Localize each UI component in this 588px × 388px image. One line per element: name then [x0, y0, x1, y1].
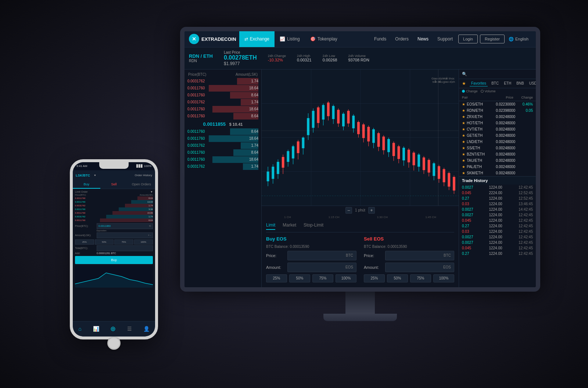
btc-tab[interactable]: BTC: [490, 81, 500, 86]
pair-row[interactable]: ★ CVT/ETH 0.00248000: [459, 126, 536, 132]
pair-row[interactable]: ★ BZNT/ETH 0.00248000: [459, 151, 536, 157]
sell-75pct[interactable]: 75%: [410, 274, 431, 282]
phone-25pct[interactable]: 25%: [75, 239, 94, 245]
buy-order-row[interactable]: 0.0011760 18.64: [187, 135, 258, 142]
pair-list: ★ EOS/ETH 0.02230000 0.46% ★ RDN/ETH 0.0…: [459, 101, 536, 176]
volume-toggle[interactable]: Volume: [481, 89, 496, 93]
pair-row[interactable]: ★ PAL/ETH 0.00248000: [459, 164, 536, 170]
phone-ob-sell: Price(BTC)Amount(LSK) 0.0011760 8.64 0.0…: [75, 194, 153, 222]
tab-listing[interactable]: 📈 Listing: [275, 31, 305, 47]
tab-exchange[interactable]: ⇄ Exchange: [239, 31, 275, 47]
svg-rect-33: [332, 106, 335, 119]
pair-row[interactable]: ★ SS/ETH 0.00248000: [459, 145, 536, 151]
change-toggle[interactable]: Change: [462, 89, 478, 93]
phone-list-icon[interactable]: ☰: [127, 326, 132, 332]
time-label-3: 1:30 CH: [377, 216, 388, 219]
search-input[interactable]: [469, 72, 533, 76]
phone-home-button[interactable]: [107, 337, 121, 350]
sell-50pct[interactable]: 50%: [387, 274, 408, 282]
language-selector[interactable]: 🌐 English: [506, 37, 531, 42]
nav-news[interactable]: News: [413, 36, 433, 42]
tab-stop-limit[interactable]: Stop-Limit: [304, 223, 323, 230]
monitor-screen: ✕ EXTRADECOIN ⇄ Exchange 📈 Listing 🎯 Tok…: [180, 27, 540, 292]
tab-tokenplay[interactable]: 🎯 Tokenplay: [305, 31, 343, 47]
buy-amount-input[interactable]: EOS: [287, 263, 356, 272]
buy-25pct[interactable]: 25%: [266, 274, 287, 282]
zoom-in-button[interactable]: +: [368, 207, 375, 214]
sell-amount-input[interactable]: EOS: [385, 263, 454, 272]
phone: 9:41 AM ▊▊▊ 100% LSK/BTC ▼ Order History…: [70, 159, 158, 339]
buy-pct-buttons: 25% 50% 75% 100%: [266, 274, 356, 282]
sell-100pct[interactable]: 100%: [433, 274, 454, 282]
phone-order-history[interactable]: Order History: [135, 174, 152, 177]
sell-order-row[interactable]: 0.0011760 8.64: [187, 92, 258, 99]
phone-50pct[interactable]: 50%: [95, 239, 114, 245]
phone-ob-row: 0.0031762 1.74: [75, 204, 153, 207]
phone-100pct[interactable]: 100%: [134, 239, 153, 245]
buy-order-row[interactable]: 0.0031762 1.74: [187, 142, 258, 149]
buy-order-row[interactable]: 0.0011760 8.64: [187, 149, 258, 156]
phone-75pct[interactable]: 75%: [114, 239, 133, 245]
phone-time: 9:41 AM: [76, 164, 87, 168]
pair-search[interactable]: 🔍: [459, 70, 536, 79]
fav-tab-label[interactable]: Favorites: [470, 81, 488, 86]
base-currency: RDN: [189, 59, 213, 63]
pair-row[interactable]: ★ ZRX/ETH 0.00248000: [459, 114, 536, 120]
tab-market[interactable]: Market: [283, 223, 296, 230]
pair-row[interactable]: ★ RDN/ETH 0.02398000 0.05: [459, 107, 536, 114]
phone-total-row: Total(BTC):: [75, 245, 153, 251]
sell-order-row[interactable]: 0.0011760 18.64: [187, 106, 258, 113]
buy-price-input[interactable]: BTC: [287, 251, 356, 260]
phone-order-book: Price(BTC)Amount(LSK) 0.0011760 8.64 0.0…: [75, 194, 153, 222]
sell-25pct[interactable]: 25%: [364, 274, 385, 282]
sell-order-row[interactable]: 0.0011760 8.64: [187, 113, 258, 120]
pair-row[interactable]: ★ TAU/ETH 0.00248000: [459, 157, 536, 164]
buy-order-row[interactable]: 0.0011760 8.64: [187, 128, 258, 135]
change-radio: [462, 90, 465, 93]
buy-price-field: Price: BTC: [266, 251, 356, 260]
pair-row[interactable]: ★ HOT/ETH 0.00248000: [459, 120, 536, 126]
buy-order-row[interactable]: 0.0031762 1.74: [187, 163, 258, 170]
nav-funds[interactable]: Funds: [370, 36, 391, 42]
svg-rect-61: [402, 147, 405, 160]
usdt-tab[interactable]: USDT: [528, 81, 540, 86]
phone-user-icon[interactable]: 👤: [143, 326, 150, 332]
eth-tab[interactable]: ETH: [502, 81, 513, 86]
phone-buy-button[interactable]: Buy: [75, 256, 153, 264]
trade-history-rows: 0.0027 1224.00 12:42:45 0.045 2224.00 12…: [459, 185, 536, 256]
pair-row[interactable]: ★ EOS/ETH 0.02230000 0.46%: [459, 101, 536, 107]
phone-sell-tab[interactable]: Sell: [100, 181, 128, 189]
phone-amount-row: Amount(LSK): + -: [75, 232, 153, 238]
login-button[interactable]: Login: [458, 35, 478, 43]
svg-rect-35: [337, 110, 340, 123]
zoom-out-button[interactable]: –: [345, 207, 352, 214]
trade-history-row: 0.045 2224.00 12:52:45: [459, 190, 536, 196]
pair-row[interactable]: ★ GET/ETH 0.00248000: [459, 132, 536, 139]
pair-row[interactable]: ★ LND/ETH 0.00248000: [459, 139, 536, 145]
buy-orders: 0.0011760 8.64 0.0011760 18.64 0.0031762…: [187, 128, 258, 170]
tab-limit[interactable]: Limit: [266, 223, 275, 230]
phone-buy-tab[interactable]: Buy: [73, 181, 100, 189]
sell-price-input[interactable]: BTC: [385, 251, 454, 260]
pair-row[interactable]: ★ SKM/ETH 0.00248000: [459, 170, 536, 176]
svg-rect-53: [382, 136, 385, 150]
buy-order-row[interactable]: 0.0011760 18.64: [187, 156, 258, 163]
sell-order-row[interactable]: 0.0031762 1.74: [187, 78, 258, 85]
buy-50pct[interactable]: 50%: [289, 274, 310, 282]
svg-rect-19: [297, 141, 300, 153]
nav-support[interactable]: Support: [433, 36, 457, 42]
phone-home-icon[interactable]: ⌂: [78, 326, 81, 332]
buy-100pct[interactable]: 100%: [336, 274, 356, 282]
bnb-tab[interactable]: BNB: [515, 81, 526, 86]
nav-orders[interactable]: Orders: [391, 36, 413, 42]
buy-75pct[interactable]: 75%: [312, 274, 333, 282]
trade-history-row: 0.0027 1224.00 12:42:45: [459, 212, 536, 218]
phone-open-orders-tab[interactable]: Open Orders: [128, 181, 155, 189]
phone-swap-icon[interactable]: ⊕: [110, 325, 116, 333]
sell-title: Sell EOS: [364, 236, 454, 242]
order-book: Price(BTC) Amount(LSK) 0.0031762 1.74 0.…: [184, 70, 262, 292]
phone-chart-icon[interactable]: 📊: [93, 326, 99, 332]
sell-order-row[interactable]: 0.0011760 18.64: [187, 85, 258, 92]
register-button[interactable]: Register: [480, 35, 505, 43]
sell-order-row[interactable]: 0.0031762 1.74: [187, 99, 258, 106]
